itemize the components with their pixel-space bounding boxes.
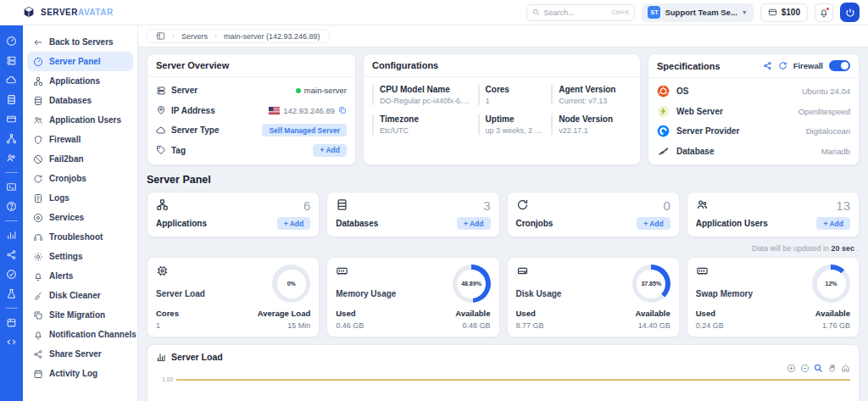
overview-tag-label: Tag [171,146,186,155]
sidebar-item-label: Settings [49,252,82,261]
cloud-icon[interactable] [6,75,17,86]
sidebar-item-settings[interactable]: Settings [27,247,133,266]
sidebar-item-firewall[interactable]: Firewall [27,130,133,149]
docs-box-icon[interactable] [6,317,17,328]
sidebar-item-label: Notification Channels [49,330,136,339]
pan-icon[interactable] [827,364,837,373]
status-check-icon[interactable] [6,269,17,280]
memory-available-label: Available [455,309,490,318]
servers-icon[interactable] [6,55,17,66]
selection-zoom-icon[interactable] [814,364,823,373]
breadcrumb-current-server: main-server (142.93.246.89) [224,32,320,41]
sidebar-item-label: Applications [49,76,100,86]
memory-usage-card: Memory Usage 48.89% Used0.46 GB Availabl… [326,257,499,337]
applications-count-card[interactable]: 6 Applications + Add [147,192,320,237]
firewall-toggle[interactable] [829,60,850,71]
search-shortcut: Ctrl+K [611,8,629,16]
sidebar-item-back-to-servers[interactable]: Back to Servers [27,32,133,52]
sidebar-item-databases[interactable]: Databases [27,91,133,110]
sidebar-item-label: Cronjobs [49,174,86,183]
labs-flask-icon[interactable] [6,288,17,299]
cube-logo-icon [22,6,36,19]
sidebar-item-alerts[interactable]: Alerts [27,266,133,286]
zoom-out-icon[interactable] [800,364,810,373]
data-update-note: Data will be updated in 20 sec . [147,244,859,253]
notifications-button[interactable] [815,3,833,22]
logout-button[interactable] [840,3,860,22]
sidebar-item-disk-cleaner[interactable]: Disk Cleaner [27,286,133,305]
sidebar-item-services[interactable]: Services [27,208,133,227]
rail-divider [5,220,18,221]
breadcrumb-bar: › Servers › main-server (142.93.246.89) [138,25,868,47]
sidebar-item-fail2ban[interactable]: Fail2ban [27,149,133,169]
server-panel-page: SERVERAVATAR Ctrl+K ST Support Team Se..… [0,0,868,401]
add-cronjob-button[interactable]: + Add [637,217,670,230]
sidebar-item-notification-channels[interactable]: Notification Channels [27,325,133,344]
disk-available-value: 14.40 GB [635,321,670,330]
add-application-button[interactable]: + Add [277,217,311,230]
spec-os-value: Ubuntu 24.04 [802,86,850,96]
share-nodes-icon[interactable] [6,249,17,260]
sidebar-item-label: Alerts [49,271,73,281]
database-icon [33,96,43,106]
copy-icon[interactable] [338,106,347,114]
spec-webserver-row: Web Server Openlitespeed [648,102,859,122]
sidebar-item-site-migration[interactable]: Site Migration [27,305,133,325]
breadcrumb-separator-icon: › [214,32,217,41]
share-icon[interactable] [763,61,772,70]
average-load-value: 15 Min [258,321,310,330]
search-box[interactable]: Ctrl+K [526,4,635,21]
application-users-count-card[interactable]: 13 Application Users + Add [687,192,860,237]
spec-database-label: Database [676,147,714,156]
sidebar-item-share-server[interactable]: Share Server [27,344,133,364]
notification-dot [826,7,830,11]
chart-toolbar [156,364,850,373]
disk-available-label: Available [635,309,670,318]
databases-label: Databases [336,219,378,228]
team-users-icon[interactable] [6,153,17,164]
zoom-in-icon[interactable] [787,364,796,373]
reset-home-icon[interactable] [841,364,850,373]
breadcrumb-separator-icon: › [172,32,175,41]
billing-card-icon[interactable] [6,114,17,125]
search-input[interactable] [543,8,596,17]
server-load-card: Server Load 0% Cores1 Average Load15 Min [147,257,320,337]
sidebar-item-activity-log[interactable]: Activity Log [27,364,133,383]
team-selector[interactable]: ST Support Team Se... ▼ [642,3,753,22]
refresh-icon[interactable] [778,61,787,70]
terminal-icon[interactable] [6,181,17,192]
sidebar-item-label: Back to Servers [49,37,114,47]
disk-usage-percent: 37.85% [637,270,665,298]
sidebar-item-server-panel[interactable]: Server Panel [27,52,133,71]
cronjobs-count-card[interactable]: 0 Cronjobs + Add [507,192,680,237]
breadcrumb-servers[interactable]: Servers [181,32,208,41]
add-application-user-button[interactable]: + Add [816,217,850,230]
swap-memory-card: Swap Memory 12% Used0.24 GB Available1.7… [687,257,860,337]
dashboard-gauge-icon[interactable] [6,36,17,47]
database-icon[interactable] [6,94,17,105]
add-database-button[interactable]: + Add [457,217,491,230]
sidebar-item-logs[interactable]: Logs [27,188,133,208]
firewall-label: Firewall [793,61,823,70]
specifications-card: Specifications Firewall [648,53,860,165]
load-line-series [176,379,850,381]
configurations-card: Configurations CPU Model NameDO-Regular … [363,53,641,165]
config-cores: Cores1 [478,85,547,105]
databases-count-card[interactable]: 3 Databases + Add [326,192,499,237]
add-tag-button[interactable]: + Add [313,144,347,157]
analytics-icon[interactable] [6,230,17,241]
help-icon[interactable] [6,201,17,212]
sidebar-item-label: Fail2ban [49,154,84,164]
api-code-icon[interactable] [6,337,17,348]
network-icon[interactable] [6,133,17,144]
balance-button[interactable]: $100 [760,3,808,22]
sidebar-item-troubleshoot[interactable]: Troubleshoot [27,227,133,247]
sidebar-item-applications[interactable]: Applications [27,71,133,91]
serveravatar-logo[interactable]: SERVERAVATAR [22,6,114,19]
server-type-badge: Self Managed Server [262,124,347,136]
sidebar-item-cronjobs[interactable]: Cronjobs [27,169,133,188]
sidebar-item-application-users[interactable]: Application Users [27,110,133,130]
grid-icon[interactable] [156,31,165,41]
cronjobs-label: Cronjobs [516,219,554,228]
config-node-version: Node Versionv22.17.1 [551,114,632,135]
